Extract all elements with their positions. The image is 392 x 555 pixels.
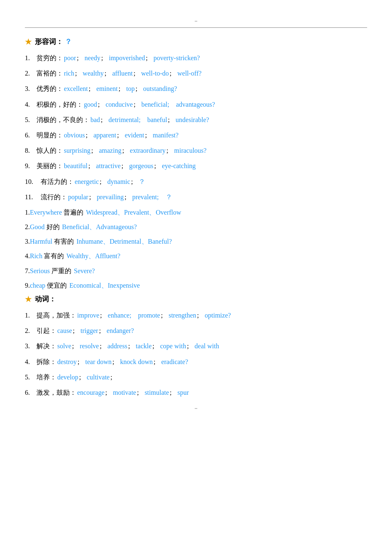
adjectives-question: ？ <box>65 37 72 46</box>
word: surprising <box>64 145 90 156</box>
word: conducive <box>105 99 133 110</box>
word: ？ <box>166 191 172 203</box>
verb-entry-4: 4. 拆除： destroy ; tear down ; knock down … <box>25 356 367 367</box>
word: dynamic <box>107 176 130 187</box>
extra-synonyms: Wealthy、Affluent? <box>66 250 120 262</box>
word: encourage <box>77 387 105 398</box>
word: solve <box>57 340 71 352</box>
entry-cn: 流行的： <box>41 191 67 203</box>
word: strengthen <box>168 310 196 321</box>
verbs-header: ★ 动词： <box>25 294 367 304</box>
extra-entry-9: 9.cheap 便宜的 Economical、Inexpensive <box>25 280 367 291</box>
extra-synonyms: Widespread、Prevalent、Overflow <box>86 207 181 218</box>
extra-en: Rich <box>30 250 42 262</box>
entry-cn: 贫穷的： <box>37 52 63 64</box>
adj-entry-2: 2. 富裕的： rich ; wealthy ; affluent ; well… <box>25 68 367 79</box>
extra-adjectives-list: 1.Everywhere 普遍的 Widespread、Prevalent、Ov… <box>25 207 367 291</box>
entry-num: 1. <box>25 310 37 321</box>
word: baneful <box>147 114 167 125</box>
word: well-to-do <box>141 68 169 79</box>
extra-cn: 有害的 <box>54 236 74 247</box>
word: improve <box>77 310 99 321</box>
verbs-label: 动词： <box>35 294 56 304</box>
entry-cn: 优秀的： <box>37 83 63 94</box>
word: attractive <box>96 160 121 171</box>
word: resolve <box>80 340 99 352</box>
adj-entry-6: 6. 明显的： obvious ; apparent ; evident ; m… <box>25 130 367 141</box>
word: manifest? <box>153 130 178 141</box>
extra-en: Serious <box>30 265 50 276</box>
word: develop <box>57 372 78 383</box>
entry-num: 5. <box>25 114 37 125</box>
word: optimize? <box>205 310 231 321</box>
word: beautiful <box>64 160 88 171</box>
entry-cn: 消极的，不良的： <box>37 114 90 125</box>
adj-entry-10: 10. 有活力的： energetic ; dynamic ; ？ <box>25 176 367 187</box>
word: detrimental; <box>109 114 141 125</box>
entry-num: 2. <box>25 68 37 79</box>
word: knock down <box>120 356 153 367</box>
entry-cn: 激发，鼓励： <box>37 387 76 398</box>
adj-entry-5: 5. 消极的，不良的： bad ; detrimental; baneful ;… <box>25 114 367 125</box>
entry-cn: 富裕的： <box>37 68 63 79</box>
word: tear down <box>85 356 112 367</box>
word: affluent <box>112 68 132 79</box>
extra-num: 9. <box>25 280 30 291</box>
word: eminent <box>96 83 118 94</box>
extra-synonyms: Beneficial、Advantageous? <box>62 221 137 232</box>
word: cope with <box>160 340 186 352</box>
adjectives-list: 1. 贫穷的： poor ; needy ; impoverished ; po… <box>25 52 367 203</box>
word: prevalent; <box>132 191 159 203</box>
entry-num: 6. <box>25 387 37 398</box>
word: tackle <box>136 340 151 352</box>
entry-cn: 明显的： <box>37 130 63 141</box>
entry-cn: 有活力的： <box>41 176 74 187</box>
word: needy <box>85 52 100 64</box>
adjectives-header: ★ 形容词： ？ <box>25 37 367 46</box>
word: apparent <box>93 130 116 141</box>
verb-entry-5: 5. 培养： develop ; cultivate ; <box>25 372 367 383</box>
entry-cn: 提高，加强： <box>37 310 76 321</box>
word: undesirable? <box>175 114 209 125</box>
entry-num: 2. <box>25 325 37 336</box>
entry-cn: 解决： <box>37 340 56 352</box>
entry-num: 11. <box>25 191 41 203</box>
entry-num: 5. <box>25 372 37 383</box>
word: beneficial; <box>141 99 170 110</box>
top-divider <box>25 27 367 28</box>
word: outstanding? <box>143 83 177 94</box>
entry-num: 10. <box>25 176 41 187</box>
word: bad <box>90 114 100 125</box>
extra-entry-4: 4.Rich 富有的 Wealthy、Affluent? <box>25 250 367 262</box>
word: poor <box>64 52 76 64</box>
extra-entry-3: 3.Harmful 有害的 Inhumane、Detrimental、Banef… <box>25 236 367 247</box>
word: good <box>84 99 97 110</box>
entry-num: 4. <box>25 99 37 110</box>
entry-cn: 引起： <box>37 325 56 336</box>
verbs-list: 1. 提高，加强： improve ; enhance; promote ; s… <box>25 310 367 398</box>
word: endanger? <box>107 325 134 336</box>
word: advantageous? <box>176 99 215 110</box>
entry-cn: 惊人的： <box>37 145 63 156</box>
word: excellent <box>64 83 88 94</box>
entry-num: 3. <box>25 83 37 94</box>
verb-entry-1: 1. 提高，加强： improve ; enhance; promote ; s… <box>25 310 367 321</box>
star-icon: ★ <box>25 37 32 46</box>
entry-num: 4. <box>25 356 37 367</box>
word: address <box>107 340 127 352</box>
extra-num: 1. <box>25 207 30 218</box>
word: cultivate <box>87 372 110 383</box>
adj-entry-1: 1. 贫穷的： poor ; needy ; impoverished ; po… <box>25 52 367 64</box>
star-icon: ★ <box>25 295 32 304</box>
verb-entry-3: 3. 解决： solve ; resolve ; address ; tackl… <box>25 340 367 352</box>
extra-synonyms: Inhumane、Detrimental、Baneful? <box>76 236 172 247</box>
entry-num: 9. <box>25 160 37 171</box>
entry-num: 6. <box>25 130 37 141</box>
word: cause <box>57 325 72 336</box>
word: impoverished <box>109 52 145 64</box>
word: deal with <box>195 340 219 352</box>
word: popular <box>68 191 88 203</box>
extra-num: 3. <box>25 236 30 247</box>
extra-entry-2: 2.Good 好的 Beneficial、Advantageous? <box>25 221 367 232</box>
word: motivate <box>113 387 136 398</box>
